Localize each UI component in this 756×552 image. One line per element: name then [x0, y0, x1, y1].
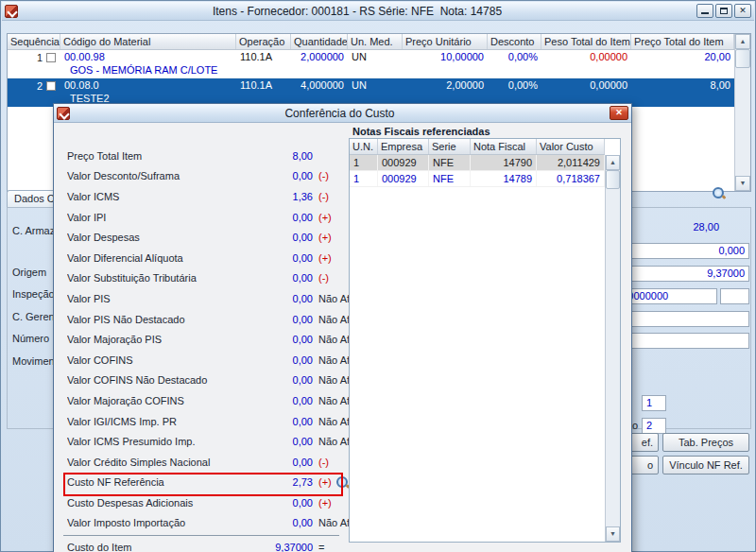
column-header[interactable]: Código do Material: [60, 34, 236, 49]
cost-line-value: 0,00: [256, 517, 313, 528]
cost-total-value: 9,37000: [256, 542, 313, 552]
cost-line-value: 1,36: [256, 191, 313, 202]
scroll-up-icon[interactable]: ▲: [606, 155, 620, 170]
scroll-up-icon[interactable]: ▲: [735, 34, 750, 49]
column-header[interactable]: Preço Total do Item: [631, 34, 734, 49]
form-field-c-aux[interactable]: [720, 288, 749, 304]
column-header[interactable]: Valor Custo: [537, 139, 605, 154]
dialog-close-button[interactable]: [610, 106, 628, 120]
column-header[interactable]: Desconto: [488, 34, 541, 49]
cost-line-label: Valor ICMS Presumido Imp.: [67, 436, 256, 447]
form-label-c-geren: C. Geren: [12, 311, 55, 322]
maximize-icon: [720, 8, 728, 14]
cost-line-value: 0,00: [256, 436, 313, 447]
scrollbar-thumb[interactable]: [606, 170, 620, 189]
scrollbar-track[interactable]: [735, 68, 750, 176]
ref-empresa: 000929: [378, 155, 429, 170]
cost-line-value: 0,00: [256, 497, 313, 509]
search-icon[interactable]: [712, 186, 726, 200]
cost-line: Custo Despesas Adicionais0,00(+): [63, 492, 385, 513]
column-header[interactable]: Peso Total do Item: [541, 34, 631, 49]
cost-line-label: Valor ICMS: [67, 191, 256, 202]
form-field-small-1[interactable]: 1: [642, 395, 666, 411]
magnifier-icon[interactable]: [335, 475, 350, 490]
cost-line: Valor Desconto/Suframa0,00(-): [63, 166, 385, 187]
app-icon: [5, 5, 18, 18]
cost-line-value: 0,00: [256, 457, 313, 468]
row-operacao: 110.1A: [236, 78, 291, 93]
column-header[interactable]: Operação: [236, 34, 291, 49]
cost-line-label: Valor IPI: [67, 212, 256, 223]
cost-line-label: Preço Total Item: [67, 150, 256, 162]
cost-line: Valor Majoração COFINS0,00Não Afeta: [63, 390, 385, 411]
ref-valor_custo: 0,718367: [537, 171, 605, 186]
form-field-small-2[interactable]: 2: [642, 418, 666, 434]
cost-line-label: Custo Despesas Adicionais: [67, 497, 256, 509]
ref-notes-title: Notas Fiscais referenciadas: [352, 126, 490, 137]
maximize-button[interactable]: [715, 4, 732, 18]
cost-line-value: 0,00: [256, 416, 313, 427]
cost-line-value: 0,00: [256, 252, 313, 264]
cost-line-value: 0,00: [256, 314, 313, 325]
cost-lines: Preço Total Item8,00Valor Desconto/Sufra…: [63, 146, 385, 533]
scrollbar-thumb[interactable]: [735, 49, 750, 68]
cost-line-value: 8,00: [256, 150, 313, 162]
row-preco-unitario: 2,00000: [403, 78, 488, 93]
ref-empresa: 000929: [378, 171, 429, 186]
scrollbar-track[interactable]: [606, 189, 620, 526]
row-codigo: 00.00.98: [60, 50, 236, 64]
dialog-titlebar: Conferência do Custo: [54, 104, 631, 123]
column-header[interactable]: Un. Med.: [348, 34, 403, 49]
cost-line-value: 0,00: [256, 374, 313, 386]
dialog-body: Preço Total Item8,00Valor Desconto/Sufra…: [54, 123, 631, 552]
cost-line: Valor Diferencial Alíquota0,00(+): [63, 248, 385, 268]
row-quantidade: 2,000000: [291, 50, 348, 64]
table-row[interactable]: 1000929NFE147890,718367: [350, 171, 605, 187]
column-header[interactable]: Nota Fiscal: [471, 139, 537, 154]
cost-line-value: 0,00: [256, 232, 313, 243]
cost-line-value: 2,73: [256, 476, 313, 488]
row-checkbox[interactable]: [46, 53, 56, 62]
cost-line-value: 0,00: [256, 354, 313, 366]
column-header[interactable]: U.N.: [350, 139, 378, 154]
cost-line-label: Valor Majoração PIS: [67, 334, 256, 345]
row-preco-unitario: 10,00000: [403, 50, 488, 64]
row-operacao: 110.1A: [236, 50, 291, 64]
vinculo-nf-button[interactable]: Vínculo NF Ref.: [662, 456, 749, 474]
column-header[interactable]: Preço Unitário: [403, 34, 488, 49]
minimize-icon: [701, 12, 709, 14]
ref-nota_fiscal: 14790: [471, 155, 537, 170]
cost-line-value: 0,00: [256, 334, 313, 345]
column-header[interactable]: Sequência: [8, 34, 60, 49]
table-row[interactable]: 100.00.98110.1A2,000000UN10,000000,00%0,…: [8, 50, 734, 78]
row-checkbox[interactable]: [46, 81, 56, 91]
column-header[interactable]: Serie: [429, 139, 471, 154]
row-codigo: 00.08.0: [60, 78, 236, 93]
cost-line-label: Valor Desconto/Suframa: [67, 170, 256, 181]
close-button[interactable]: [734, 4, 751, 18]
cost-line-label: Valor Crédito Simples Nacional: [67, 457, 256, 468]
cost-line-value: 0,00: [256, 395, 313, 406]
tab-precos-button[interactable]: Tab. Preços: [662, 433, 749, 452]
scroll-down-icon[interactable]: ▼: [735, 176, 750, 191]
ref-serie: NFE: [429, 155, 471, 170]
table-row[interactable]: 1000929NFE147902,011429: [350, 155, 605, 171]
column-header[interactable]: Quantidade: [291, 34, 348, 49]
row-desconto: 0,00%: [488, 78, 541, 93]
minimize-button[interactable]: [696, 4, 713, 18]
cost-line: Valor Despesas0,00(+): [63, 227, 385, 248]
column-header[interactable]: Empresa: [378, 139, 429, 154]
cost-line-label: Valor COFINS Não Destacado: [67, 374, 256, 386]
row-sequence: 1: [37, 52, 43, 63]
cost-line: Valor IGI/ICMS Imp. PR0,00Não Afeta: [63, 411, 385, 432]
scroll-down-icon[interactable]: ▼: [606, 526, 620, 542]
cost-line-label: Custo NF Referência: [67, 476, 256, 488]
ref-table: U.N.EmpresaSerieNota FiscalValor Custo 1…: [350, 139, 605, 542]
ref-table-rows: 1000929NFE147902,0114291000929NFE147890,…: [350, 155, 605, 187]
ref-table-scrollbar[interactable]: ▲ ▼: [605, 155, 620, 542]
cost-line: Valor ICMS1,36(-): [63, 186, 385, 207]
ref-un: 1: [350, 155, 378, 170]
items-table-scrollbar[interactable]: ▲ ▼: [734, 34, 750, 191]
cost-line-label: Valor Diferencial Alíquota: [67, 252, 256, 264]
items-table-rows: 100.00.98110.1A2,000000UN10,000000,00%0,…: [8, 50, 734, 107]
